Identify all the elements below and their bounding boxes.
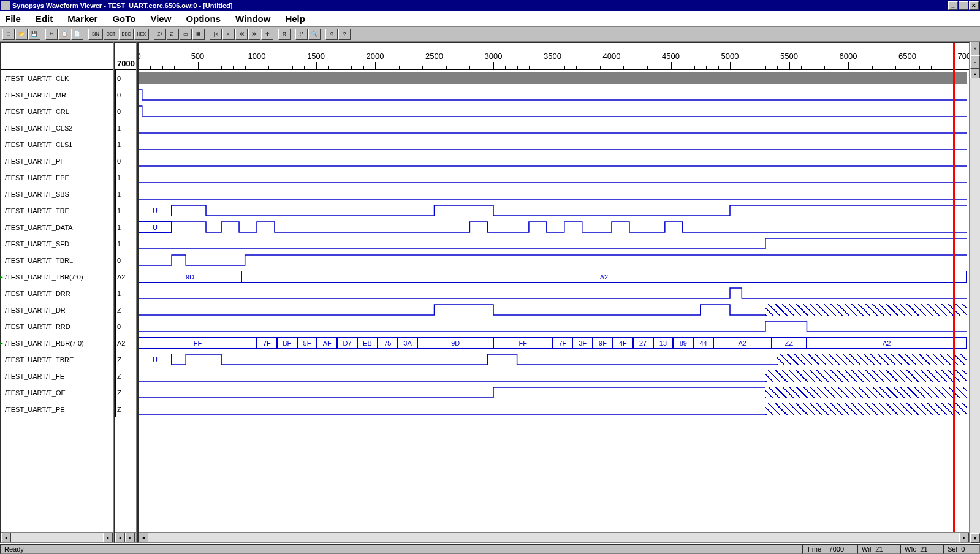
- toolbar-btn[interactable]: |<: [210, 29, 222, 40]
- signal-name[interactable]: /TEST_UART/T_TRE: [1, 202, 113, 219]
- menu-help[interactable]: Help: [285, 13, 305, 24]
- signal-value: 1: [115, 202, 136, 219]
- toolbar-btn[interactable]: OCT: [104, 29, 118, 40]
- waveform-row[interactable]: [139, 302, 969, 318]
- toolbar-btn[interactable]: 📂: [15, 29, 28, 40]
- signal-name[interactable]: /TEST_UART/T_SFD: [1, 235, 113, 252]
- toolbar-btn[interactable]: 💾: [28, 29, 40, 40]
- signal-name[interactable]: /TEST_UART/T_CLK: [1, 70, 113, 86]
- signal-name[interactable]: /TEST_UART/T_CLS1: [1, 136, 113, 153]
- signal-name[interactable]: /TEST_UART/T_DATA: [1, 219, 113, 235]
- waveform-row[interactable]: FF7FBF5FAFD7EB753A9DFF7F3F9F4F27138944A2…: [139, 335, 969, 351]
- toolbar-btn[interactable]: 📄: [71, 29, 83, 40]
- waveform-row[interactable]: [139, 285, 969, 302]
- menu-view[interactable]: View: [150, 13, 171, 24]
- wave-zoom-out[interactable]: −: [970, 55, 980, 69]
- waveform-row[interactable]: [139, 169, 969, 186]
- menu-file[interactable]: File: [5, 13, 21, 24]
- toolbar-btn[interactable]: ≫: [248, 29, 260, 40]
- minimize-button[interactable]: _: [948, 1, 958, 10]
- toolbar-btn[interactable]: □: [2, 29, 15, 40]
- signal-name[interactable]: /TEST_UART/T_PE: [1, 401, 113, 417]
- menu-goto[interactable]: GoTo: [112, 13, 135, 24]
- toolbar-btn[interactable]: ✛: [261, 29, 273, 40]
- toolbar-btn[interactable]: ?: [338, 29, 351, 40]
- toolbar-btn[interactable]: >|: [222, 29, 235, 40]
- waveform-row[interactable]: [139, 103, 969, 120]
- waveform-row[interactable]: [139, 136, 969, 153]
- menu-marker[interactable]: Marker: [67, 13, 97, 24]
- bus-segment: BF: [277, 337, 297, 349]
- waveform-row[interactable]: [139, 368, 969, 384]
- signal-name[interactable]: /TEST_UART/T_OE: [1, 384, 113, 401]
- waveform-row[interactable]: [139, 86, 969, 103]
- waveform-row[interactable]: [139, 120, 969, 136]
- toolbar-btn[interactable]: R: [278, 29, 291, 40]
- signal-name[interactable]: /TEST_UART/T_FE: [1, 368, 113, 384]
- waveform-row[interactable]: [139, 384, 969, 401]
- signal-value: 0: [115, 86, 136, 103]
- signal-name[interactable]: /TEST_UART/T_RBR(7:0): [1, 335, 113, 351]
- toolbar-btn[interactable]: 📋: [58, 29, 70, 40]
- vals-scroll-right[interactable]: ▸: [125, 533, 135, 542]
- waveform-row[interactable]: [139, 70, 969, 86]
- toolbar-btn[interactable]: ≪: [235, 29, 248, 40]
- toolbar-btn[interactable]: ✂: [45, 29, 58, 40]
- close-button[interactable]: ✕: [969, 1, 979, 10]
- toolbar-btn[interactable]: 🖨: [325, 29, 338, 40]
- toolbar-btn[interactable]: ▭: [180, 29, 192, 40]
- toolbar-btn[interactable]: DEC: [119, 29, 134, 40]
- waveform-row[interactable]: [139, 153, 969, 169]
- wave-scroll-down[interactable]: ▾: [970, 533, 980, 543]
- signal-name[interactable]: /TEST_UART/T_DRR: [1, 285, 113, 302]
- signal-name[interactable]: /TEST_UART/T_CLS2: [1, 120, 113, 136]
- signal-name[interactable]: /TEST_UART/T_EPE: [1, 169, 113, 186]
- signal-value: A2: [115, 335, 136, 351]
- waveform-row[interactable]: U: [139, 351, 969, 368]
- signal-name[interactable]: /TEST_UART/T_DR: [1, 302, 113, 318]
- signal-name[interactable]: /TEST_UART/T_PI: [1, 153, 113, 169]
- maximize-button[interactable]: □: [959, 1, 968, 10]
- waveform-row[interactable]: [139, 235, 969, 252]
- waveform-row[interactable]: U: [139, 219, 969, 235]
- wave-zoom-in[interactable]: +: [970, 42, 980, 55]
- wave-scroll-up[interactable]: ▴: [970, 69, 980, 78]
- waveform-row[interactable]: [139, 186, 969, 202]
- ruler-tick-label: 2000: [367, 51, 384, 61]
- waveform-column[interactable]: 0500100015002000250030003500400045005000…: [137, 42, 970, 543]
- toolbar-btn[interactable]: BIN: [88, 29, 103, 40]
- wave-scroll-left[interactable]: ◂: [139, 533, 148, 542]
- wave-scroll-right[interactable]: ▸: [959, 533, 969, 542]
- signal-name[interactable]: /TEST_UART/T_CRL: [1, 103, 113, 120]
- toolbar-btn[interactable]: ▦: [192, 29, 205, 40]
- toolbar-btn[interactable]: ⁉: [295, 29, 308, 40]
- signal-name[interactable]: /TEST_UART/T_TBRL: [1, 252, 113, 268]
- names-scroll-right[interactable]: ▸: [103, 533, 113, 542]
- vertical-scrollbar[interactable]: + − ▴ ▾: [970, 42, 980, 543]
- waveform-row[interactable]: U: [139, 202, 969, 219]
- high-z-region: [765, 387, 967, 398]
- cursor-line[interactable]: [953, 43, 955, 542]
- signal-name[interactable]: /TEST_UART/T_RRD: [1, 318, 113, 335]
- menu-window[interactable]: Window: [235, 13, 270, 24]
- waveform-row[interactable]: [139, 318, 969, 335]
- toolbar-btn[interactable]: Z+: [154, 29, 166, 40]
- signal-name[interactable]: /TEST_UART/T_MR: [1, 86, 113, 103]
- signal-name[interactable]: /TEST_UART/T_SBS: [1, 186, 113, 202]
- toolbar-btn[interactable]: 🔍: [308, 29, 321, 40]
- waveform-row[interactable]: [139, 401, 969, 417]
- menu-edit[interactable]: Edit: [36, 13, 53, 24]
- signal-name[interactable]: /TEST_UART/T_TBRE: [1, 351, 113, 368]
- toolbar-btn[interactable]: HEX: [134, 29, 149, 40]
- menu-options[interactable]: Options: [186, 13, 221, 24]
- signal-name-column: /TEST_UART/T_CLK/TEST_UART/T_MR/TEST_UAR…: [0, 42, 114, 543]
- high-z-region: [765, 403, 967, 415]
- signal-value: 0: [115, 70, 136, 86]
- time-ruler[interactable]: 0500100015002000250030003500400045005000…: [139, 43, 969, 70]
- signal-name[interactable]: /TEST_UART/T_TBR(7:0): [1, 268, 113, 285]
- waveform-row[interactable]: 9DA2: [139, 268, 969, 285]
- vals-scroll-left[interactable]: ◂: [115, 533, 125, 542]
- waveform-row[interactable]: [139, 252, 969, 268]
- names-scroll-left[interactable]: ◂: [1, 533, 11, 542]
- toolbar-btn[interactable]: Z−: [167, 29, 179, 40]
